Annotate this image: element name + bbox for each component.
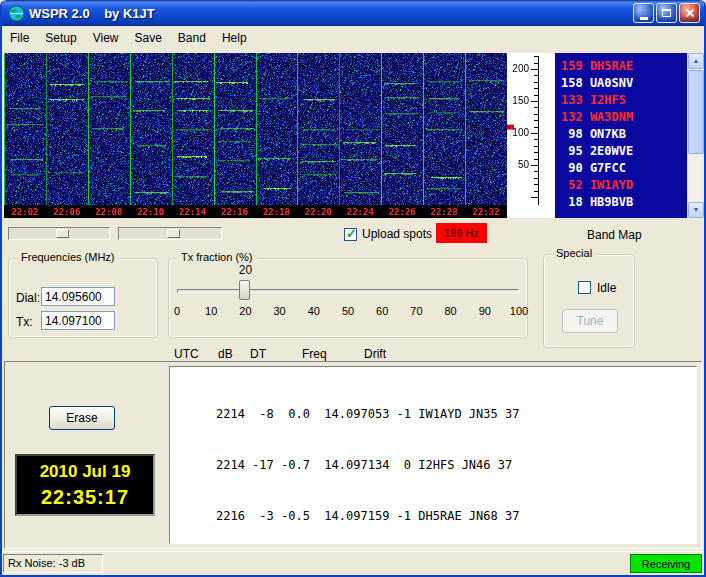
- waterfall-canvas: [4, 53, 507, 218]
- tx-fraction-scale-label: 60: [376, 305, 388, 317]
- menu-item-view[interactable]: View: [85, 28, 127, 48]
- frequencies-group: Frequencies (MHz) Dial: Tx:: [8, 258, 158, 338]
- band-map-entry: 133 I2HFS: [555, 92, 687, 109]
- band-map-entry: 98 ON7KB: [555, 126, 687, 143]
- frequencies-group-label: Frequencies (MHz): [17, 251, 119, 263]
- tx-fraction-value: 20: [239, 263, 252, 277]
- menu-bar: File Setup View Save Band Help: [2, 26, 704, 49]
- dial-input[interactable]: [41, 287, 115, 306]
- tx-fraction-slider: 20 0 10 20 30 40 50 60 70 80 90 100: [177, 259, 519, 337]
- status-bar: Rx Noise: -3 dB Receiving: [2, 551, 704, 575]
- menu-item-setup[interactable]: Setup: [37, 28, 84, 48]
- special-group: Special Idle Tune: [543, 254, 635, 348]
- idle-label: Idle: [597, 281, 616, 295]
- decode-line: 2214 -17 -0.7 14.097134 0 I2HFS JN46 37: [216, 457, 696, 474]
- column-header-freq: Freq: [302, 347, 327, 361]
- erase-button[interactable]: Erase: [49, 406, 115, 430]
- band-map: 159 DH5RAE 158 UA0SNV 133 I2HFS 132 WA3D…: [555, 53, 687, 218]
- upload-spots-label: Upload spots: [362, 227, 432, 241]
- tx-fraction-scale-label: 30: [273, 305, 285, 317]
- band-map-entry: 90 G7FCC: [555, 160, 687, 177]
- scrollbar-thumb[interactable]: [688, 70, 704, 154]
- clock-display: 2010 Jul 19 22:35:17: [15, 454, 155, 516]
- special-group-label: Special: [552, 247, 596, 259]
- waterfall-display: [4, 53, 507, 218]
- tx-fraction-scale-label: 20: [239, 305, 251, 317]
- minimize-button[interactable]: [633, 3, 654, 23]
- level-slider-right[interactable]: [118, 227, 222, 240]
- tx-fraction-scale-label: 90: [479, 305, 491, 317]
- dial-label: Dial:: [16, 291, 40, 305]
- level-slider-right-thumb[interactable]: [167, 229, 180, 238]
- upload-spots-checkbox[interactable]: [344, 228, 357, 241]
- maximize-icon: [662, 9, 671, 17]
- tune-button[interactable]: Tune: [562, 309, 618, 333]
- app-window: WSPR 2.0 by K1JT File Setup View Save Ba…: [0, 0, 706, 577]
- close-button[interactable]: [679, 3, 700, 23]
- band-map-entry: 158 UA0SNV: [555, 75, 687, 92]
- tx-fraction-scale-label: 70: [410, 305, 422, 317]
- band-map-scrollbar[interactable]: ▲ ▼: [687, 53, 703, 218]
- level-slider-left-thumb[interactable]: [56, 229, 69, 238]
- tx-label: Tx:: [16, 315, 33, 329]
- band-map-entry: 132 WA3DNM: [555, 109, 687, 126]
- tx-fraction-scale-label: 50: [342, 305, 354, 317]
- close-icon: [685, 8, 695, 18]
- tx-fraction-group: Tx fraction (%) 20 0 10 20 30 40 50 60 7…: [168, 258, 528, 338]
- app-icon: [8, 5, 25, 22]
- decode-line: 2216 -3 -0.5 14.097159 -1 DH5RAE JN68 37: [216, 508, 696, 525]
- tx-fraction-scale-label: 40: [308, 305, 320, 317]
- band-map-entry: 159 DH5RAE: [555, 58, 687, 75]
- menu-item-save[interactable]: Save: [127, 28, 170, 48]
- column-header-db: dB: [218, 347, 233, 361]
- column-header-drift: Drift: [364, 347, 386, 361]
- band-map-label: Band Map: [587, 228, 642, 242]
- freq-offset-badge: 199 Hz: [436, 223, 487, 243]
- rx-noise-status: Rx Noise: -3 dB: [3, 554, 103, 573]
- idle-checkbox[interactable]: [578, 281, 591, 294]
- frequency-scale: [507, 53, 555, 218]
- tx-fraction-scale-label: 80: [444, 305, 456, 317]
- frequency-scale-canvas: [507, 53, 555, 218]
- band-map-entry: 95 2E0WVE: [555, 143, 687, 160]
- scroll-up-icon[interactable]: ▲: [688, 53, 704, 69]
- minimize-icon: [640, 17, 648, 20]
- upload-spots-control: Upload spots: [344, 227, 432, 241]
- maximize-button[interactable]: [656, 3, 677, 23]
- clock-time: 22:35:17: [41, 484, 129, 510]
- scroll-down-icon[interactable]: ▼: [688, 202, 704, 218]
- menu-item-file[interactable]: File: [2, 28, 37, 48]
- menu-item-help[interactable]: Help: [214, 28, 255, 48]
- column-header-dt: DT: [250, 347, 266, 361]
- title-bar[interactable]: WSPR 2.0 by K1JT: [2, 0, 704, 26]
- window-title: WSPR 2.0 by K1JT: [29, 6, 631, 21]
- tx-fraction-scale-label: 0: [174, 305, 180, 317]
- band-map-entry: 18 HB9BVB: [555, 194, 687, 211]
- tx-fraction-scale-label: 10: [205, 305, 217, 317]
- level-slider-left[interactable]: [8, 227, 110, 240]
- decode-line: 2214 -8 0.0 14.097053 -1 IW1AYD JN35 37: [216, 406, 696, 423]
- tx-fraction-thumb[interactable]: [239, 280, 250, 300]
- clock-date: 2010 Jul 19: [40, 460, 131, 484]
- tx-input[interactable]: [41, 311, 115, 330]
- decode-panel: Erase 2010 Jul 19 22:35:17 2214 -8 0.0 1…: [4, 361, 702, 549]
- menu-item-band[interactable]: Band: [170, 28, 214, 48]
- band-map-entry: 52 IW1AYD: [555, 177, 687, 194]
- column-header-utc: UTC: [174, 347, 199, 361]
- tx-fraction-scale-label: 100: [510, 305, 528, 317]
- decode-output[interactable]: 2214 -8 0.0 14.097053 -1 IW1AYD JN35 37 …: [169, 366, 697, 544]
- receiving-status: Receiving: [630, 554, 702, 573]
